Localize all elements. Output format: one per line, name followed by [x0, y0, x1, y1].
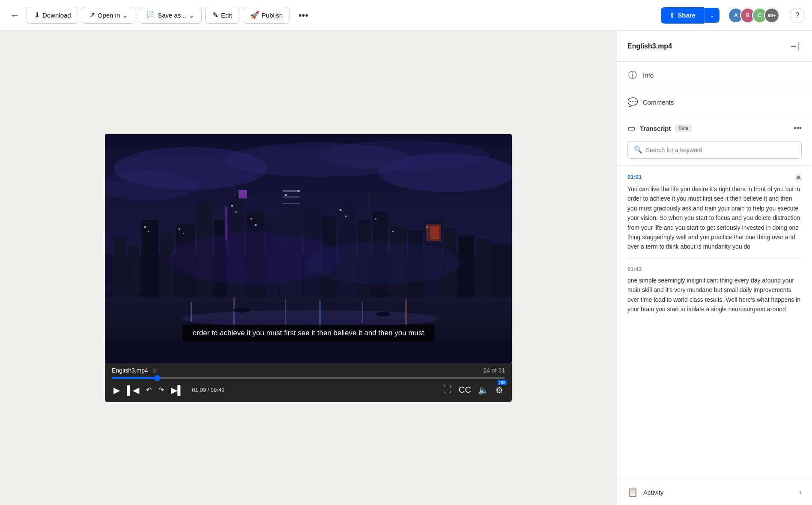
info-section[interactable]: ⓘ Info: [617, 62, 812, 89]
star-icon[interactable]: ☆: [152, 367, 158, 375]
share-label: Share: [678, 12, 696, 19]
info-label: Info: [643, 72, 654, 79]
transcript-more-button[interactable]: •••: [794, 124, 802, 133]
volume-button[interactable]: 🔈: [476, 383, 490, 397]
subtitle-text: order to achieve it you must first see i…: [193, 329, 424, 337]
video-container: order to achieve it you must first see i…: [105, 134, 512, 402]
more-label: •••: [299, 10, 308, 21]
transcript-title: Transcript: [640, 125, 671, 132]
play-button[interactable]: ▶: [112, 383, 122, 397]
beta-badge: Beta: [675, 125, 692, 132]
chevron-down-icon-2: ⌄: [189, 12, 194, 19]
info-icon: ⓘ: [627, 69, 638, 81]
fast-forward-button[interactable]: ↷: [157, 384, 166, 396]
settings-button[interactable]: ⚙: [494, 383, 505, 397]
edit-icon: ✎: [212, 11, 218, 20]
back-button[interactable]: ←: [7, 6, 23, 24]
timestamp-2[interactable]: 01:43: [627, 266, 642, 272]
chevron-down-icon: ⌄: [122, 12, 128, 19]
time-separator: /: [208, 387, 211, 393]
svg-rect-12: [405, 299, 407, 327]
svg-rect-48: [231, 205, 233, 207]
publish-icon: 🚀: [250, 11, 259, 20]
panel-header: English3.mp4 →|: [617, 31, 812, 62]
svg-rect-44: [144, 226, 146, 228]
svg-rect-41: [458, 235, 475, 297]
more-button[interactable]: •••: [293, 6, 313, 24]
share-button[interactable]: ⇧ Share: [661, 7, 704, 24]
transcript-content: 01:01 ▣ You can live the life you desire…: [617, 166, 812, 479]
search-input[interactable]: [646, 147, 795, 153]
transcript-header: ▭ Transcript Beta •••: [617, 115, 812, 141]
download-label: Download: [42, 12, 71, 19]
svg-rect-18: [161, 233, 173, 297]
svg-rect-28: [283, 196, 300, 198]
transcript-title-group: ▭ Transcript Beta: [627, 123, 692, 133]
svg-rect-59: [239, 190, 247, 198]
open-in-label: Open in: [98, 12, 120, 19]
video-count: 24 of 31: [483, 367, 505, 374]
avatar-group: A B C 99+: [728, 8, 779, 23]
panel-collapse-button[interactable]: →|: [788, 39, 802, 53]
progress-bar[interactable]: [112, 377, 505, 379]
svg-rect-49: [236, 211, 237, 213]
svg-point-5: [319, 141, 490, 171]
comments-section[interactable]: 💬 Comments: [617, 89, 812, 115]
svg-rect-62: [430, 226, 439, 239]
captions-button[interactable]: CC: [457, 383, 473, 397]
timestamp-1[interactable]: 01:01: [627, 174, 642, 180]
fullscreen-button[interactable]: ⛶: [442, 383, 454, 397]
comments-icon: 💬: [627, 97, 638, 107]
activity-label: Activity: [643, 489, 664, 496]
publish-button[interactable]: 🚀 Publish: [243, 7, 290, 24]
toolbar: ← ⇓ Download ↗ Open in ⌄ 📄 Save as... ⌄ …: [0, 0, 812, 31]
svg-rect-27: [283, 190, 300, 192]
entry-header-2: 01:43: [627, 266, 802, 272]
main-area: order to achieve it you must first see i…: [0, 31, 812, 505]
video-frame[interactable]: order to achieve it you must first see i…: [105, 134, 512, 363]
transcript-entry-1: 01:01 ▣ You can live the life you desire…: [627, 166, 802, 259]
settings-wrap: ⚙ HD: [494, 383, 505, 397]
activity-section[interactable]: 📋 Activity ‹: [617, 479, 812, 505]
help-label: ?: [796, 12, 800, 19]
svg-rect-45: [148, 231, 149, 232]
entry-header-1: 01:01 ▣: [627, 173, 802, 181]
transcript-section: ▭ Transcript Beta ••• 🔍: [617, 115, 812, 166]
copy-icon-1[interactable]: ▣: [795, 173, 802, 181]
activity-left: 📋 Activity: [627, 487, 664, 497]
avatar-count: 99+: [764, 8, 779, 23]
svg-rect-52: [285, 194, 287, 196]
share-group: ⇧ Share ⌄: [661, 7, 719, 24]
video-area: order to achieve it you must first see i…: [0, 31, 617, 505]
publish-label: Publish: [262, 12, 283, 19]
transcript-text-1: You can live the life you desire it's ri…: [627, 184, 802, 252]
svg-rect-16: [128, 246, 139, 297]
skip-forward-button[interactable]: ▶▌: [169, 383, 185, 397]
search-input-wrap: 🔍: [627, 141, 802, 159]
total-time: 09:49: [211, 387, 225, 393]
right-panel: English3.mp4 →| ⓘ Info 💬 Comments ▭ Tran…: [617, 31, 812, 505]
progress-fill: [112, 377, 157, 379]
skip-back-button[interactable]: ▌◀: [125, 383, 141, 397]
svg-rect-57: [392, 231, 394, 232]
edit-button[interactable]: ✎ Edit: [205, 7, 239, 24]
save-as-button[interactable]: 📄 Save as... ⌄: [139, 7, 202, 24]
rewind-button[interactable]: ↶: [144, 384, 153, 396]
current-time: 01:09: [192, 387, 206, 393]
open-in-icon: ↗: [89, 11, 95, 20]
activity-chevron-icon: ‹: [800, 488, 802, 496]
save-as-icon: 📄: [146, 11, 155, 20]
svg-rect-55: [345, 216, 346, 217]
filename-text: English3.mp4: [112, 367, 148, 374]
open-in-button[interactable]: ↗ Open in ⌄: [82, 7, 136, 24]
download-button[interactable]: ⇓ Download: [27, 7, 78, 24]
transcript-text-2: one simple seemingly insignificant thing…: [627, 276, 802, 314]
svg-rect-35: [368, 192, 370, 216]
svg-rect-9: [285, 299, 286, 325]
help-button[interactable]: ?: [790, 8, 805, 23]
svg-point-66: [306, 241, 460, 284]
video-filename: English3.mp4 ☆: [112, 367, 158, 375]
share-dropdown-button[interactable]: ⌄: [704, 8, 719, 23]
transcript-icon: ▭: [627, 123, 636, 133]
svg-rect-11: [362, 301, 363, 323]
